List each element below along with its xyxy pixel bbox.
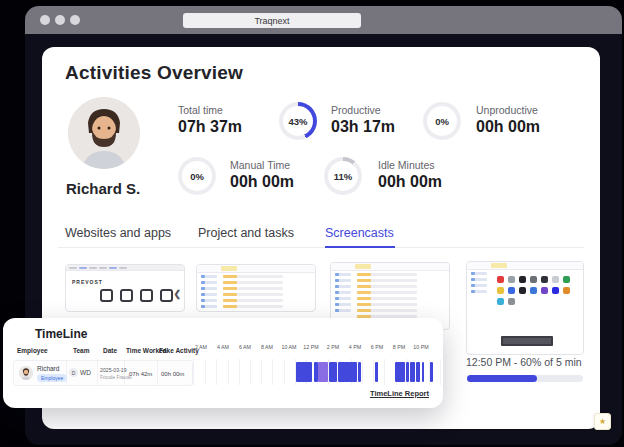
timeline-gridline bbox=[205, 359, 206, 385]
timeline-gridline bbox=[261, 359, 262, 385]
team-name: WD bbox=[80, 369, 91, 376]
window-control-dot[interactable] bbox=[55, 15, 65, 25]
tab-screencasts[interactable]: Screencasts bbox=[325, 226, 394, 240]
thumb-app-icons bbox=[497, 276, 577, 305]
active-tab-underline bbox=[325, 246, 395, 248]
stat-label: Manual Time bbox=[230, 159, 294, 171]
productive-ring: 43% bbox=[279, 102, 317, 140]
hour-label: 4 PM bbox=[349, 344, 361, 350]
column-divider bbox=[124, 360, 125, 386]
thumb-explorer-bar bbox=[467, 262, 583, 270]
manual-time-ring: 0% bbox=[178, 157, 216, 195]
activity-bar bbox=[296, 362, 312, 382]
activity-bar bbox=[338, 362, 357, 382]
timeline-activity-track[interactable] bbox=[193, 359, 440, 385]
timeline-gridline bbox=[239, 359, 240, 385]
thumb-folder-tab bbox=[221, 266, 237, 271]
screencast-progress bbox=[467, 375, 583, 382]
thumb-icon-row bbox=[100, 289, 184, 302]
team-initial-badge: D bbox=[69, 368, 78, 377]
stat-value: 07h 37m bbox=[178, 118, 242, 136]
ring-percent: 0% bbox=[435, 116, 449, 127]
timeline-gridline bbox=[362, 359, 363, 385]
window-control-dot[interactable] bbox=[40, 15, 50, 25]
activity-bar bbox=[375, 362, 378, 382]
ring-percent: 43% bbox=[288, 116, 307, 127]
employee-name: Richard S. bbox=[66, 180, 140, 197]
row-time-worked: 07h 42m bbox=[129, 371, 152, 377]
stat-unproductive: Unproductive 00h 00m bbox=[476, 104, 540, 136]
screencast-thumbnail[interactable] bbox=[196, 264, 316, 312]
screencast-thumbnail-selected[interactable] bbox=[466, 261, 584, 355]
hour-label: 2 PM bbox=[327, 344, 339, 350]
employee-role-badge: Employee bbox=[37, 374, 67, 382]
activity-bar bbox=[329, 362, 337, 382]
tab-websites-and-apps[interactable]: Websites and apps bbox=[65, 226, 171, 240]
activity-bar bbox=[410, 362, 415, 382]
window-control-dot[interactable] bbox=[70, 15, 80, 25]
timeline-report-link[interactable]: TimeLine Report bbox=[370, 389, 429, 398]
ring-percent: 0% bbox=[190, 171, 204, 182]
stat-manual-time: Manual Time 00h 00m bbox=[230, 159, 294, 191]
browser-titlebar: Traqnext bbox=[25, 6, 622, 34]
thumb-explorer-bar bbox=[331, 263, 449, 271]
screencast-progress-fill bbox=[467, 375, 537, 382]
column-header-team: Team bbox=[73, 347, 90, 354]
activity-bar bbox=[416, 362, 420, 382]
thumb-folder-list bbox=[471, 272, 487, 293]
column-divider bbox=[66, 360, 67, 386]
hour-label: 12 PM bbox=[303, 344, 318, 350]
timeline-gridline bbox=[384, 359, 385, 385]
stat-value: 00h 00m bbox=[476, 118, 540, 136]
column-divider bbox=[157, 360, 158, 386]
column-header-employee: Employee bbox=[17, 347, 48, 354]
avatar bbox=[68, 97, 140, 169]
column-header-date: Date bbox=[103, 347, 117, 354]
hour-label: 2 AM bbox=[195, 344, 207, 350]
timeline-gridline bbox=[216, 359, 217, 385]
activity-bar bbox=[395, 362, 405, 382]
window-controls bbox=[40, 15, 80, 25]
thumb-taskbar bbox=[501, 336, 553, 346]
hour-label: 4 AM bbox=[217, 344, 229, 350]
hour-label: 10 PM bbox=[413, 344, 428, 350]
stat-value: 03h 17m bbox=[331, 118, 395, 136]
hour-label: 6 AM bbox=[239, 344, 251, 350]
thumb-file-rows bbox=[357, 273, 417, 318]
timeline-hour-axis: 2 AM4 AM6 AM8 AM10 AM12 PM2 PM4 PM6 PM8 … bbox=[193, 344, 440, 352]
tabs-divider bbox=[58, 247, 584, 248]
hour-label: 10 AM bbox=[281, 344, 296, 350]
row-team-cell: D WD bbox=[69, 368, 91, 377]
stat-value: 00h 00m bbox=[378, 173, 442, 191]
ring-percent: 11% bbox=[334, 171, 353, 182]
screencast-caption: 12:50 PM - 60% of 5 min bbox=[466, 356, 582, 368]
activity-bar bbox=[318, 362, 328, 382]
hour-label: 8 AM bbox=[261, 344, 273, 350]
activity-bar bbox=[358, 362, 361, 382]
thumb-folder-list bbox=[201, 275, 217, 308]
stat-productive: Productive 03h 17m bbox=[331, 104, 395, 136]
row-avatar bbox=[19, 366, 33, 380]
chevron-left-icon: ❮ bbox=[173, 289, 181, 299]
timeline-gridline bbox=[228, 359, 229, 385]
row-date: 2025-03-19 bbox=[100, 367, 127, 373]
page-title: Activities Overview bbox=[65, 62, 243, 84]
activity-bar bbox=[422, 362, 424, 382]
timeline-gridline bbox=[272, 359, 273, 385]
stat-idle-minutes: Idle Minutes 00h 00m bbox=[378, 159, 442, 191]
idle-minutes-ring: 11% bbox=[324, 157, 362, 195]
column-divider bbox=[97, 360, 98, 386]
row-fake-activity: 00h 00m bbox=[161, 371, 184, 377]
timeline-gridline bbox=[440, 359, 441, 385]
browser-url-pill[interactable]: Traqnext bbox=[183, 13, 361, 28]
hour-label: 8 PM bbox=[393, 344, 405, 350]
activity-bar bbox=[406, 362, 409, 382]
screencast-thumbnail[interactable]: PREVOST ❮ bbox=[65, 264, 185, 312]
stat-total-time: Total time 07h 37m bbox=[178, 104, 242, 136]
chat-widget-icon[interactable]: ★ bbox=[594, 413, 611, 430]
tab-project-and-tasks[interactable]: Project and tasks bbox=[198, 226, 294, 240]
stat-label: Total time bbox=[178, 104, 242, 116]
thumb-browser-bar bbox=[66, 265, 184, 271]
stat-label: Unproductive bbox=[476, 104, 540, 116]
thumb-folder-tab bbox=[491, 263, 507, 268]
